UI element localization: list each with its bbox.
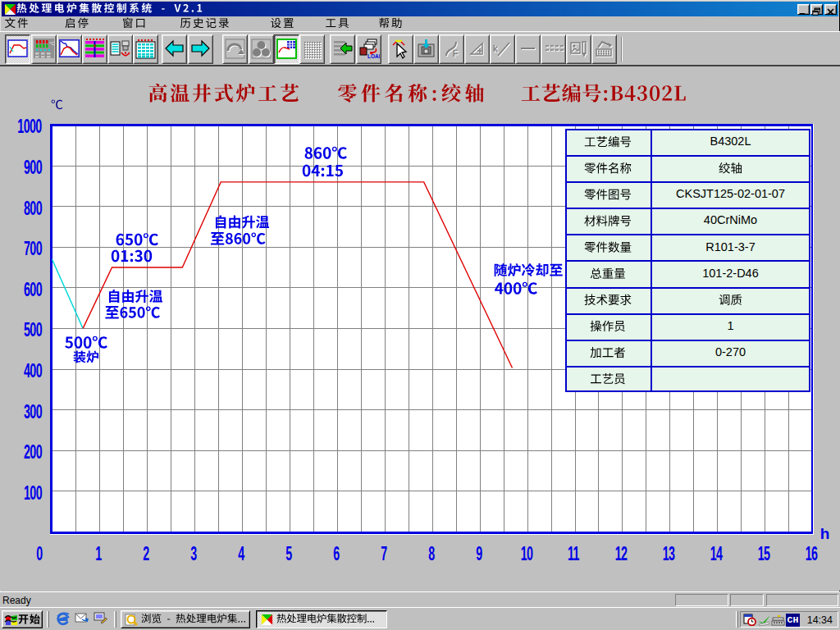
svg-text:°C: °C xyxy=(49,41,55,46)
svg-text:LOAD: LOAD xyxy=(368,53,380,59)
svg-text:F: F xyxy=(453,49,458,58)
svg-text:k: k xyxy=(493,43,498,53)
